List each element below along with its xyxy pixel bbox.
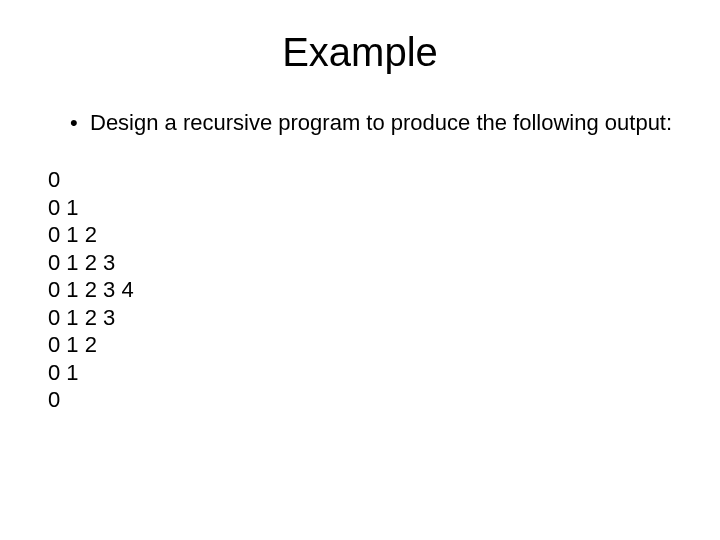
output-block: 0 0 1 0 1 2 0 1 2 3 0 1 2 3 4 0 1 2 3 0 … bbox=[30, 166, 690, 414]
slide-title: Example bbox=[30, 30, 690, 75]
output-line: 0 1 2 3 bbox=[48, 304, 690, 332]
bullet-item: Design a recursive program to produce th… bbox=[70, 110, 690, 136]
bullet-list: Design a recursive program to produce th… bbox=[30, 110, 690, 136]
output-line: 0 1 2 bbox=[48, 221, 690, 249]
output-line: 0 bbox=[48, 386, 690, 414]
output-line: 0 1 2 3 4 bbox=[48, 276, 690, 304]
output-line: 0 bbox=[48, 166, 690, 194]
output-line: 0 1 bbox=[48, 359, 690, 387]
slide-container: Example Design a recursive program to pr… bbox=[0, 0, 720, 540]
output-line: 0 1 bbox=[48, 194, 690, 222]
output-line: 0 1 2 bbox=[48, 331, 690, 359]
output-line: 0 1 2 3 bbox=[48, 249, 690, 277]
